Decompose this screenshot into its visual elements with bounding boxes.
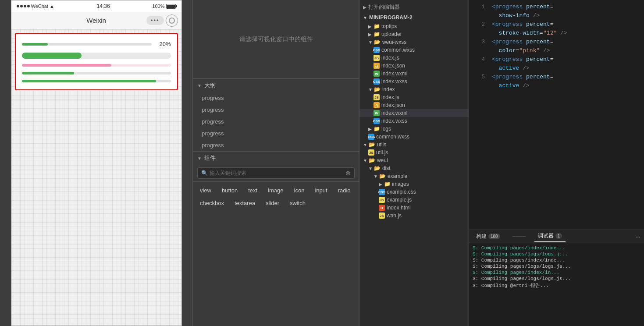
component-radio[interactable]: radio [335, 185, 353, 195]
component-view[interactable]: view [197, 185, 214, 195]
tree-item-index-wxml-1[interactable]: W index.wxml [359, 70, 469, 78]
line-num-3b [474, 47, 485, 48]
line-num-2b [474, 30, 485, 30]
outline-label: 大纲 [204, 82, 216, 89]
folder-icon-index: 📂 [374, 86, 381, 92]
line-num-1: 1 [474, 4, 485, 10]
component-checkbox[interactable]: checkbox [197, 198, 227, 208]
components-header[interactable]: ▼ 组件 [193, 152, 359, 165]
tree-label-wah-js: wah.js [387, 213, 402, 219]
code-bottom: 构建 180 调试器 1 ··· $: Compiling pages/inde… [469, 230, 644, 326]
nav-record-button[interactable] [166, 14, 178, 27]
phone-content: 20% [11, 29, 181, 326]
line-num-5b [474, 82, 485, 83]
tab-debugger[interactable]: 调试器 1 [534, 230, 566, 242]
tree-item-util-js[interactable]: JS util.js [359, 149, 469, 156]
record-inner [169, 18, 175, 24]
outline-item-4[interactable]: progress [193, 128, 359, 139]
search-clear-icon[interactable]: ⊗ [345, 170, 351, 177]
folder-icon-example: 📂 [380, 173, 386, 179]
console-line-7: $: Compiling @ertni·报告... [473, 282, 640, 289]
tree-item-index-html[interactable]: H index.html [359, 204, 469, 212]
progress-row-2 [22, 53, 171, 59]
nav-more-button[interactable]: ••• [146, 16, 164, 25]
folder-arrow-logs: ▶ [368, 127, 372, 131]
tree-label-toptips: toptips [381, 23, 397, 29]
folder-icon-uploader: 📁 [374, 31, 380, 37]
tree-item-index-folder[interactable]: ▼ 📂 index [359, 85, 469, 93]
file-icon-index-json-1: {} [374, 63, 380, 69]
file-icon-index-js-2: JS [374, 94, 380, 100]
tree-item-weui-wxss[interactable]: ▼ 📂 weui-wxss [359, 38, 469, 46]
folder-icon-dist: 📂 [374, 165, 381, 171]
component-search-input[interactable] [210, 170, 344, 176]
tree-item-images[interactable]: ▶ 📁 images [359, 180, 469, 188]
tree-item-index-wxss-2[interactable]: CSS index.wxss [359, 117, 469, 125]
tree-item-example[interactable]: ▼ 📂 example [359, 172, 469, 180]
tree-label-dist: dist [382, 165, 391, 171]
progress-track-1 [22, 43, 152, 46]
component-switch[interactable]: switch [287, 198, 308, 208]
tree-root-label: MINIPROGRAM-2 [369, 14, 413, 21]
tree-item-toptips[interactable]: ▶ 📁 toptips [359, 22, 469, 30]
outline-item-1[interactable]: progress [193, 92, 359, 104]
tree-label-logs: logs [381, 126, 391, 132]
tree-label-common-wxss-root: common.wxss [376, 134, 409, 140]
tree-item-wah-js[interactable]: JS wah.js [359, 212, 469, 220]
code-line-5b: active /> [469, 82, 644, 91]
file-icon-index-wxss-2: CSS [374, 118, 380, 124]
tree-label-example-css: example.css [387, 189, 416, 195]
code-line-1b: show-info /> [469, 12, 644, 21]
tree-item-index-json-2[interactable]: {} index.json [359, 101, 469, 109]
tree-item-index-json-1[interactable]: {} index.json [359, 62, 469, 70]
open-editors-arrow: ▶ [363, 5, 366, 10]
phone-frame: WeChat ▲ 14:36 100% Weixin ••• [11, 0, 182, 326]
tree-root-header[interactable]: ▼ MINIPROGRAM-2 [359, 13, 469, 22]
outline-item-2[interactable]: progress [193, 104, 359, 116]
tree-item-example-css[interactable]: CSS example.css [359, 188, 469, 196]
component-button[interactable]: button [219, 185, 240, 195]
tree-item-common-wxss-1[interactable]: CSS common.wxss [359, 46, 469, 54]
wifi-icon: ▲ [50, 4, 54, 9]
tree-item-utils[interactable]: ▼ 📂 utils [359, 141, 469, 149]
outline-item-5[interactable]: progress [193, 139, 359, 151]
tree-label-index-js-1: index.js [381, 55, 399, 61]
tree-label-index-js-2: index.js [381, 94, 399, 100]
battery-percent: 100% [152, 4, 164, 9]
outline-item-3[interactable]: progress [193, 116, 359, 128]
code-line-2: 2 <progress percent= [469, 21, 644, 30]
progress-card: 20% [15, 33, 178, 90]
component-input[interactable]: input [312, 185, 330, 195]
signal-dot [24, 5, 26, 7]
component-textarea[interactable]: textarea [232, 198, 258, 208]
line-num-4: 4 [474, 56, 485, 63]
component-image[interactable]: image [265, 185, 286, 195]
bottom-separator [512, 236, 526, 237]
progress-fill-3 [22, 64, 111, 67]
tree-item-logs[interactable]: ▶ 📁 logs [359, 125, 469, 133]
line-content-4b: active /> [492, 65, 530, 71]
tree-item-index-js-1[interactable]: JS index.js [359, 54, 469, 62]
line-num-2: 2 [474, 21, 485, 28]
tab-build[interactable]: 构建 180 [473, 231, 504, 242]
tree-item-weui[interactable]: ▼ 📂 weui [359, 156, 469, 164]
tree-item-common-wxss-root[interactable]: CSS common.wxss [359, 133, 469, 141]
component-text[interactable]: text [246, 185, 260, 195]
code-panel: 1 <progress percent= show-info /> 2 <pro… [469, 0, 644, 326]
line-content-5b: active /> [492, 82, 530, 89]
tree-item-dist[interactable]: ▼ 📂 dist [359, 164, 469, 172]
component-slider[interactable]: slider [263, 198, 282, 208]
bottom-tab-more[interactable]: ··· [635, 233, 640, 240]
tree-item-index-wxss-1[interactable]: CSS index.wxss [359, 78, 469, 85]
outline-arrow: ▼ [197, 83, 202, 88]
component-icon[interactable]: icon [292, 185, 307, 195]
code-line-2b: stroke-width="12" /> [469, 30, 644, 39]
tree-label-index-wxss-2: index.wxss [381, 118, 407, 124]
open-editors-header[interactable]: ▶ 打开的编辑器 [359, 2, 469, 13]
tree-item-uploader[interactable]: ▶ 📁 uploader [359, 30, 469, 38]
tree-item-index-wxml-2[interactable]: W index.wxml [359, 109, 469, 117]
code-line-5: 5 <progress percent= [469, 74, 644, 82]
tree-item-index-js-2[interactable]: JS index.js [359, 93, 469, 101]
outline-header[interactable]: ▼ 大纲 [193, 79, 359, 92]
tree-item-example-js[interactable]: JS example.js [359, 196, 469, 204]
